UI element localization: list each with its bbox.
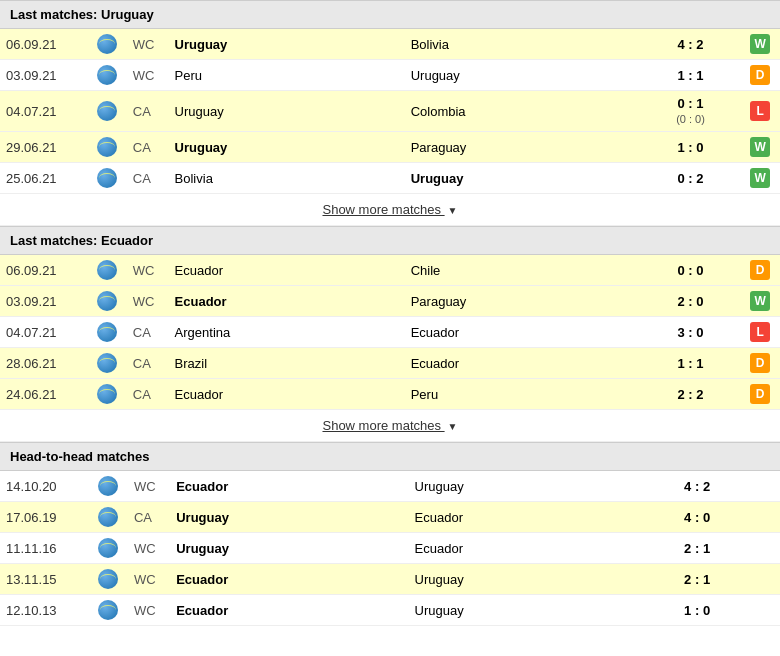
match-home: Peru: [169, 60, 405, 91]
table-row: 29.06.21 CA Uruguay Paraguay 1 : 0 W: [0, 132, 780, 163]
match-away: Ecuador: [409, 502, 647, 533]
match-result: D: [740, 255, 780, 286]
match-score: 2 : 2: [641, 379, 740, 410]
match-date: 25.06.21: [0, 163, 87, 194]
match-away: Uruguay: [409, 564, 647, 595]
match-globe: [87, 163, 127, 194]
table-row: 14.10.20 WC Ecuador Uruguay 4 : 2: [0, 471, 780, 502]
match-comp: CA: [127, 379, 169, 410]
match-globe: [87, 286, 127, 317]
table-row: 03.09.21 WC Ecuador Paraguay 2 : 0 W: [0, 286, 780, 317]
match-globe: [87, 60, 127, 91]
match-result: [747, 564, 780, 595]
h2h-table: 14.10.20 WC Ecuador Uruguay 4 : 2 17.06.…: [0, 471, 780, 626]
match-result: D: [740, 60, 780, 91]
match-score: 3 : 0: [641, 317, 740, 348]
table-row: 06.09.21 WC Ecuador Chile 0 : 0 D: [0, 255, 780, 286]
show-more-link[interactable]: Show more matches ▼: [322, 202, 457, 217]
match-date: 24.06.21: [0, 379, 87, 410]
globe-icon: [98, 538, 118, 558]
match-globe: [87, 379, 127, 410]
globe-icon: [97, 168, 117, 188]
match-result: D: [740, 348, 780, 379]
match-home: Ecuador: [169, 255, 405, 286]
match-away: Colombia: [405, 91, 641, 132]
match-away: Uruguay: [409, 471, 647, 502]
match-globe: [88, 471, 128, 502]
match-date: 06.09.21: [0, 29, 87, 60]
match-result: L: [740, 91, 780, 132]
globe-icon: [97, 384, 117, 404]
match-home: Bolivia: [169, 163, 405, 194]
match-date: 14.10.20: [0, 471, 88, 502]
table-row: 12.10.13 WC Ecuador Uruguay 1 : 0: [0, 595, 780, 626]
match-result: [747, 533, 780, 564]
globe-icon: [97, 137, 117, 157]
match-away: Paraguay: [405, 132, 641, 163]
match-date: 13.11.15: [0, 564, 88, 595]
match-comp: CA: [127, 91, 169, 132]
match-comp: CA: [127, 163, 169, 194]
match-result: W: [740, 29, 780, 60]
match-result: [747, 595, 780, 626]
result-badge: D: [750, 260, 770, 280]
match-home: Brazil: [169, 348, 405, 379]
table-row: 04.07.21 CA Argentina Ecuador 3 : 0 L: [0, 317, 780, 348]
match-globe: [88, 595, 128, 626]
match-home: Uruguay: [170, 533, 408, 564]
match-result: W: [740, 163, 780, 194]
globe-icon: [98, 507, 118, 527]
match-score: 4 : 2: [641, 29, 740, 60]
match-date: 11.11.16: [0, 533, 88, 564]
result-badge: D: [750, 353, 770, 373]
section-header-h2h: Head-to-head matches: [0, 442, 780, 471]
table-row: 28.06.21 CA Brazil Ecuador 1 : 1 D: [0, 348, 780, 379]
globe-icon: [98, 569, 118, 589]
table-row: 25.06.21 CA Bolivia Uruguay 0 : 2 W: [0, 163, 780, 194]
match-score: 4 : 2: [647, 471, 747, 502]
ecuador-table: 06.09.21 WC Ecuador Chile 0 : 0 D 03.09.…: [0, 255, 780, 410]
arrow-down-icon: ▼: [448, 205, 458, 216]
show-more-uruguay[interactable]: Show more matches ▼: [0, 194, 780, 226]
result-badge: W: [750, 34, 770, 54]
table-row: 04.07.21 CA Uruguay Colombia 0 : 1(0 : 0…: [0, 91, 780, 132]
match-comp: CA: [128, 502, 170, 533]
globe-icon: [97, 260, 117, 280]
show-more-link[interactable]: Show more matches ▼: [322, 418, 457, 433]
match-globe: [87, 255, 127, 286]
match-home: Ecuador: [169, 379, 405, 410]
match-away: Uruguay: [405, 163, 641, 194]
match-away: Chile: [405, 255, 641, 286]
match-away: Ecuador: [405, 348, 641, 379]
match-away: Uruguay: [409, 595, 647, 626]
match-away: Ecuador: [409, 533, 647, 564]
table-row: 24.06.21 CA Ecuador Peru 2 : 2 D: [0, 379, 780, 410]
match-date: 12.10.13: [0, 595, 88, 626]
match-score: 2 : 0: [641, 286, 740, 317]
match-date: 17.06.19: [0, 502, 88, 533]
match-date: 04.07.21: [0, 91, 87, 132]
match-home: Ecuador: [169, 286, 405, 317]
globe-icon: [97, 353, 117, 373]
match-date: 06.09.21: [0, 255, 87, 286]
match-globe: [87, 348, 127, 379]
result-badge: L: [750, 322, 770, 342]
globe-icon: [97, 322, 117, 342]
match-comp: WC: [127, 60, 169, 91]
table-row: 17.06.19 CA Uruguay Ecuador 4 : 0: [0, 502, 780, 533]
match-home: Uruguay: [169, 29, 405, 60]
match-home: Ecuador: [170, 564, 408, 595]
match-home: Uruguay: [169, 91, 405, 132]
match-comp: WC: [127, 255, 169, 286]
globe-icon: [97, 291, 117, 311]
match-away: Bolivia: [405, 29, 641, 60]
globe-icon: [97, 65, 117, 85]
globe-icon: [98, 476, 118, 496]
match-home: Uruguay: [169, 132, 405, 163]
globe-icon: [98, 600, 118, 620]
match-globe: [88, 502, 128, 533]
match-comp: CA: [127, 132, 169, 163]
match-globe: [88, 564, 128, 595]
match-home: Argentina: [169, 317, 405, 348]
show-more-ecuador[interactable]: Show more matches ▼: [0, 410, 780, 442]
